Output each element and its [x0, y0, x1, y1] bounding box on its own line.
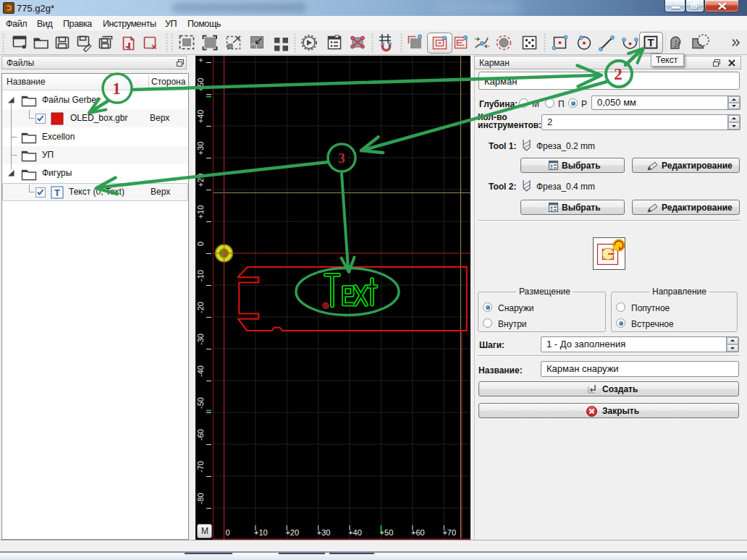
svg-text:0: 0 — [196, 242, 205, 246]
svg-text:+10: +10 — [196, 205, 205, 219]
svg-text:+50: +50 — [380, 528, 394, 537]
svg-text:-10: -10 — [196, 270, 205, 281]
svg-text:+70: +70 — [442, 528, 456, 537]
svg-text:+40: +40 — [196, 110, 205, 124]
svg-text:+20: +20 — [196, 174, 205, 187]
svg-text:+40: +40 — [348, 528, 362, 537]
svg-text:-40: -40 — [196, 365, 205, 377]
svg-text:T: T — [647, 36, 654, 48]
svg-text:-20: -20 — [196, 302, 205, 313]
svg-text:-30: -30 — [196, 334, 205, 345]
svg-text:+30: +30 — [317, 528, 331, 537]
svg-text:+50: +50 — [196, 78, 205, 92]
svg-text:-70: -70 — [196, 461, 205, 472]
svg-text:-50: -50 — [196, 397, 205, 409]
svg-text:-60: -60 — [196, 429, 205, 441]
svg-text:+10: +10 — [254, 528, 268, 537]
svg-text:0: 0 — [226, 528, 230, 537]
svg-text:+30: +30 — [196, 142, 205, 156]
svg-text:+60: +60 — [411, 528, 425, 537]
svg-text:+20: +20 — [285, 528, 299, 537]
svg-text:+: + — [196, 58, 205, 62]
svg-text:-80: -80 — [196, 493, 205, 504]
svg-text:T: T — [54, 187, 60, 198]
